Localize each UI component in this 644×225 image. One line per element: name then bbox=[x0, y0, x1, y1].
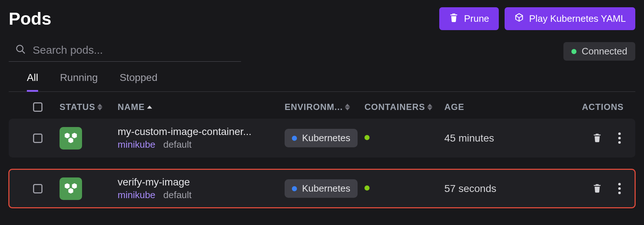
column-name[interactable]: NAME bbox=[118, 102, 285, 112]
column-status[interactable]: STATUS bbox=[60, 102, 118, 112]
pod-name: my-custom-image-container... bbox=[118, 126, 274, 138]
cube-icon bbox=[514, 12, 524, 25]
more-actions-button[interactable] bbox=[618, 183, 621, 194]
select-all-checkbox[interactable] bbox=[33, 102, 42, 112]
pod-namespace: default bbox=[163, 189, 192, 200]
table-row[interactable]: verify-my-image minikube default Kuberne… bbox=[9, 169, 635, 208]
row-checkbox[interactable] bbox=[33, 134, 42, 143]
column-age-label: AGE bbox=[444, 102, 464, 112]
column-environment-label: ENVIRONM... bbox=[285, 102, 343, 112]
environment-badge: Kubernetes bbox=[285, 179, 358, 198]
pod-status-running-icon bbox=[60, 177, 82, 200]
environment-label: Kubernetes bbox=[302, 132, 350, 144]
sort-icon bbox=[345, 103, 350, 111]
delete-button[interactable] bbox=[592, 132, 602, 144]
column-containers[interactable]: CONTAINERS bbox=[364, 102, 444, 112]
pod-cluster: minikube bbox=[118, 139, 155, 150]
environment-badge: Kubernetes bbox=[285, 129, 358, 147]
env-dot-icon bbox=[292, 136, 297, 141]
delete-button[interactable] bbox=[592, 183, 602, 194]
row-checkbox[interactable] bbox=[33, 184, 42, 193]
table-row[interactable]: my-custom-image-container... minikube de… bbox=[9, 119, 635, 158]
table-header: STATUS NAME ENVIRONM... CONTAINERS bbox=[9, 92, 635, 119]
search-input[interactable] bbox=[33, 44, 240, 56]
sort-icon bbox=[427, 103, 432, 111]
pod-namespace: default bbox=[163, 139, 192, 150]
prune-label: Prune bbox=[464, 13, 489, 24]
column-environment[interactable]: ENVIRONM... bbox=[285, 102, 364, 112]
filter-tabs: All Running Stopped bbox=[9, 72, 635, 92]
tab-running[interactable]: Running bbox=[60, 72, 98, 92]
column-status-label: STATUS bbox=[60, 102, 95, 112]
pod-age: 57 seconds bbox=[444, 183, 539, 195]
column-actions: ACTIONS bbox=[582, 102, 628, 112]
pod-status-running-icon bbox=[60, 127, 82, 150]
trash-icon bbox=[449, 12, 459, 25]
pod-name: verify-my-image bbox=[118, 176, 274, 188]
sort-icon bbox=[147, 105, 152, 109]
search-container[interactable] bbox=[9, 41, 241, 62]
page-title: Pods bbox=[9, 9, 51, 29]
tab-stopped[interactable]: Stopped bbox=[119, 72, 157, 92]
pod-age: 45 minutes bbox=[444, 132, 539, 144]
column-age[interactable]: AGE bbox=[444, 102, 539, 112]
tab-all[interactable]: All bbox=[27, 72, 38, 92]
status-dot-icon bbox=[571, 49, 576, 54]
sort-icon bbox=[97, 103, 102, 111]
connection-label: Connected bbox=[582, 46, 627, 57]
column-name-label: NAME bbox=[118, 102, 145, 112]
column-containers-label: CONTAINERS bbox=[364, 102, 425, 112]
container-status-dot-icon bbox=[364, 185, 370, 191]
play-kubernetes-button[interactable]: Play Kubernetes YAML bbox=[505, 7, 635, 30]
prune-button[interactable]: Prune bbox=[439, 7, 498, 30]
svg-line-1 bbox=[22, 51, 25, 53]
pod-cluster: minikube bbox=[118, 189, 155, 200]
container-status-dot-icon bbox=[364, 135, 370, 140]
connection-badge: Connected bbox=[563, 42, 635, 61]
env-dot-icon bbox=[292, 186, 297, 191]
search-icon bbox=[15, 44, 26, 56]
environment-label: Kubernetes bbox=[302, 183, 350, 194]
more-actions-button[interactable] bbox=[618, 132, 621, 144]
play-kubernetes-label: Play Kubernetes YAML bbox=[529, 13, 626, 24]
svg-point-0 bbox=[17, 45, 23, 52]
column-actions-label: ACTIONS bbox=[582, 102, 624, 112]
